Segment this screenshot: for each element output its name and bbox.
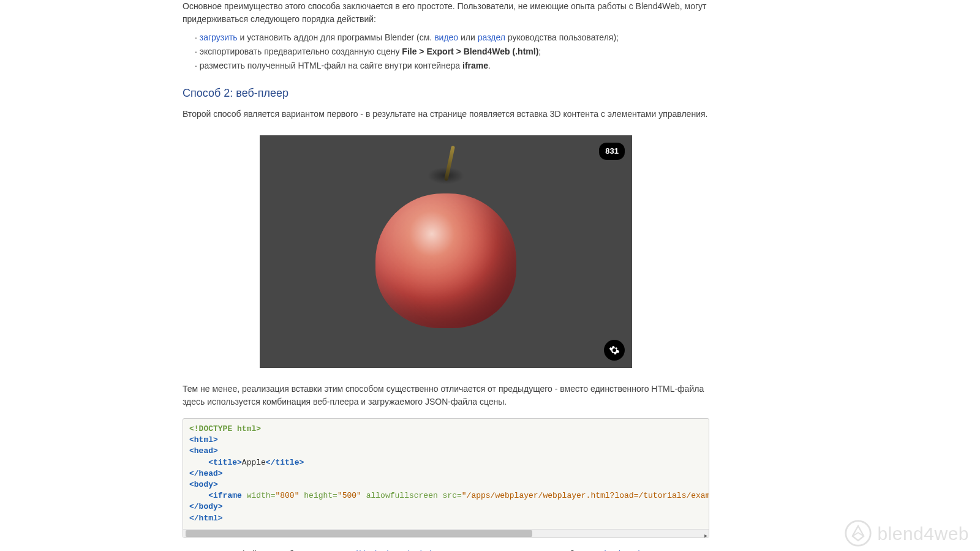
iframe-word: iframe [462,61,488,70]
step-1: загрузить и установить аддон для програм… [195,31,709,45]
code-html-open: <html> [189,435,218,444]
step-1-text-b: руководства пользователя); [505,32,619,42]
code-doctype: <!DOCTYPE html> [189,424,261,433]
code-val-height: "500" [337,491,361,500]
code-title-text: Apple [242,458,266,467]
step-1-or: или [458,32,478,42]
3d-viewer[interactable]: 831 [260,135,632,368]
scrollbar-right-arrow-icon: ▸ [704,531,707,540]
code-attr-src: src= [443,491,462,500]
method-2-heading: Способ 2: веб-плеер [183,85,709,102]
scrollbar-thumb[interactable] [186,530,532,537]
step-3-text-a: разместить полученный HTML-файл на сайте… [200,61,462,70]
export-html-menu: File > Export > Blend4Web (.html) [402,47,538,56]
code-iframe-tag: <iframe [208,491,242,500]
section-link[interactable]: раздел [478,32,505,42]
code-val-width: "800" [275,491,299,500]
code-head-open: <head> [189,446,218,455]
blend4web-logo-icon [844,519,872,547]
code-head-close: </head> [189,469,223,478]
intro-paragraph: Основное преимущество этого способа закл… [183,0,709,26]
step-3-text-b: . [488,61,491,70]
viewer-settings-button[interactable] [604,340,625,361]
video-link[interactable]: видео [434,32,458,42]
step-2-text-a: экспортировать предварительно созданную … [200,47,402,56]
code-html-close: </html> [189,514,223,523]
apple-body [375,193,516,328]
viewer-container: 831 [183,135,709,368]
watermark: blend4web [844,519,969,547]
step-2-text-b: ; [538,47,541,56]
code-val-src: "/apps/webplayer/webplayer.html?load=/tu… [462,491,709,500]
code-body-open: <body> [189,480,218,489]
steps-list: загрузить и установить аддон для програм… [183,31,709,73]
method-2-paragraph: Второй способ является вариантом первого… [183,108,709,121]
code-body-close: </body> [189,502,223,511]
after-viewer-paragraph: Тем не менее, реализация вставки этим сп… [183,383,709,408]
code-horizontal-scrollbar[interactable]: ◂ ▸ [183,529,709,538]
step-2: экспортировать предварительно созданную … [195,45,709,59]
code-attr-width: width= [247,491,276,500]
article-content: Основное преимущество этого способа закл… [183,0,709,551]
code-title-close: </title> [266,458,304,467]
code-title-open: <title> [208,458,242,467]
watermark-text: blend4web [877,520,969,547]
step-1-text-a: и установить аддон для программы Blender… [238,32,434,42]
download-link[interactable]: загрузить [200,32,238,42]
after-code-paragraph-1: Директорию с файлами веб-плеера external… [183,548,709,551]
gear-icon [609,345,620,356]
svg-point-0 [846,521,870,545]
step-3: разместить полученный HTML-файл на сайте… [195,59,709,73]
code-attr-height: height= [304,491,337,500]
code-block: <!DOCTYPE html> <html> <head> <title>App… [183,418,709,538]
code-content: <!DOCTYPE html> <html> <head> <title>App… [183,419,709,529]
code-attr-allow: allowfullscreen [366,491,438,500]
viewer-counter-badge: 831 [599,143,625,160]
